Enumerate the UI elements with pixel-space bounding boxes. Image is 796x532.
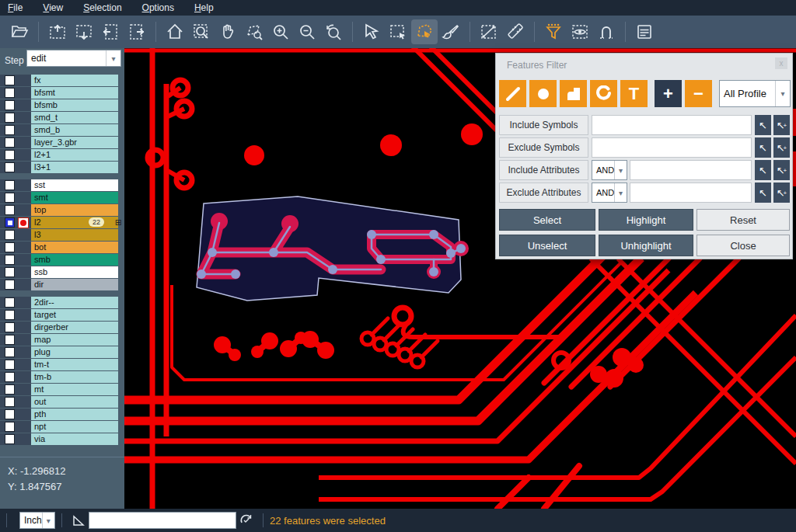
open-file-icon[interactable] [6,19,33,44]
layer-checkbox[interactable] [5,75,15,85]
zoom-in-icon[interactable] [267,19,294,44]
layer-row[interactable]: 2dir-- [0,297,124,308]
layer-checkbox[interactable] [5,384,15,395]
layer-row[interactable]: map [0,334,124,346]
layer-checkbox[interactable] [5,297,15,308]
close-button[interactable]: Close [696,235,790,256]
layer-checkbox[interactable] [5,360,15,370]
menu-view[interactable]: View [43,2,63,13]
view-options-icon[interactable] [567,19,593,44]
pan-left-icon[interactable] [97,19,124,44]
highlight-button[interactable]: Highlight [599,209,693,231]
filter-line-button[interactable] [499,80,526,107]
dialog-close-button[interactable]: x [775,57,787,69]
layer-row[interactable]: sst [0,179,124,191]
exclude-symbols-input[interactable] [592,137,752,158]
home-view-icon[interactable] [162,19,188,44]
exclude-attributes-operator-select[interactable]: AND ▾ [592,183,627,203]
filter-surface-button[interactable] [560,80,587,107]
select-polygon-icon[interactable] [411,19,438,44]
layer-checkbox[interactable] [5,347,15,357]
pick-symbol-icon[interactable]: ↖ [755,137,771,158]
include-attributes-button[interactable]: Include Attributes [499,160,588,180]
select-pointer-icon[interactable] [358,19,385,44]
filter-add-button[interactable]: + [655,80,682,107]
layer-checkbox[interactable] [5,88,15,98]
layer-row[interactable]: smb [0,254,124,266]
layer-checkbox[interactable] [5,422,15,432]
layer-checkbox[interactable] [5,310,15,320]
layer-checkbox[interactable] [5,267,15,277]
zoom-window-icon[interactable] [188,19,215,44]
include-attributes-input[interactable] [630,160,752,180]
pan-up-icon[interactable] [44,19,71,44]
layer-row[interactable]: via [0,433,124,445]
layer-checkbox[interactable] [5,434,15,444]
pick-add-attribute-icon[interactable]: ↖+ [773,160,790,180]
layer-row[interactable]: l2+1 [0,149,124,161]
exclude-symbols-button[interactable]: Exclude Symbols [499,137,588,158]
layer-checkbox[interactable] [5,280,15,290]
pick-add-symbol-icon[interactable]: ↖+ [773,115,790,135]
pan-hand-icon[interactable] [215,19,241,44]
pan-down-icon[interactable] [71,19,97,44]
profile-select[interactable]: All Profile ▾ [719,80,791,107]
layer-checkbox[interactable] [5,242,15,252]
layer-row[interactable]: target [0,309,124,321]
layer-checkbox[interactable] [5,180,15,190]
grid-icon[interactable]: ⊞ [115,217,122,228]
filter-pad-button[interactable] [529,80,557,107]
layer-checkbox[interactable] [5,137,15,148]
layer-checkbox[interactable] [5,322,15,332]
layer-checkbox[interactable] [5,150,15,160]
layer-checkbox[interactable] [5,193,15,203]
include-symbols-button[interactable]: Include Symbols [499,115,588,135]
pick-add-attribute-icon[interactable]: ↖+ [773,183,790,203]
include-attributes-operator-select[interactable]: AND ▾ [592,160,627,180]
layer-row[interactable]: npt [0,421,124,433]
layer-row[interactable]: bot [0,242,124,253]
layer-row-active[interactable]: l2 22 ⊞ [0,217,124,228]
menu-options[interactable]: Options [142,2,174,13]
corner-ruler-icon[interactable] [68,511,89,530]
select-rectangle-icon[interactable] [385,19,411,44]
zoom-previous-icon[interactable] [320,19,347,44]
filter-remove-button[interactable]: − [685,80,712,107]
layer-row[interactable]: fx [0,75,124,86]
command-input[interactable] [89,512,236,529]
menu-help[interactable]: Help [194,2,214,13]
layer-row[interactable]: out [0,396,124,408]
layers-panel-icon[interactable] [631,19,658,44]
layer-row[interactable]: tm-t [0,359,124,370]
layer-checkbox[interactable] [5,409,15,419]
layer-checkbox[interactable] [5,230,15,240]
ruler-icon[interactable] [502,19,529,44]
reset-button[interactable]: Reset [696,209,790,231]
layer-row[interactable]: smd_b [0,124,124,136]
pick-attribute-icon[interactable]: ↖ [755,160,771,180]
unselect-button[interactable]: Unselect [499,235,595,256]
layer-row[interactable]: layer_3.gbr [0,137,124,148]
layer-checkbox-checked[interactable] [5,217,15,228]
layer-checkbox[interactable] [5,335,15,345]
layer-row[interactable]: ssb [0,266,124,278]
exclude-attributes-button[interactable]: Exclude Attributes [499,183,588,203]
layer-row[interactable]: bfsmt [0,87,124,99]
zoom-polygon-icon[interactable] [241,19,267,44]
layer-row[interactable]: smt [0,192,124,203]
exclude-attributes-input[interactable] [630,183,752,203]
layer-row[interactable]: tm-b [0,371,124,383]
layer-checkbox[interactable] [5,100,15,110]
layer-checkbox[interactable] [5,113,15,123]
layer-row[interactable]: plug [0,346,124,358]
snap-icon[interactable] [593,19,620,44]
selected-region[interactable] [197,196,469,301]
include-symbols-input[interactable] [592,115,752,135]
layer-row[interactable]: dir [0,279,124,290]
pan-right-icon[interactable] [124,19,150,44]
features-filter-icon[interactable] [540,19,567,44]
step-select[interactable]: edit ▾ [26,50,121,67]
layer-row[interactable]: dirgerber [0,322,124,333]
menu-selection[interactable]: Selection [83,2,121,13]
layer-checkbox[interactable] [5,372,15,382]
